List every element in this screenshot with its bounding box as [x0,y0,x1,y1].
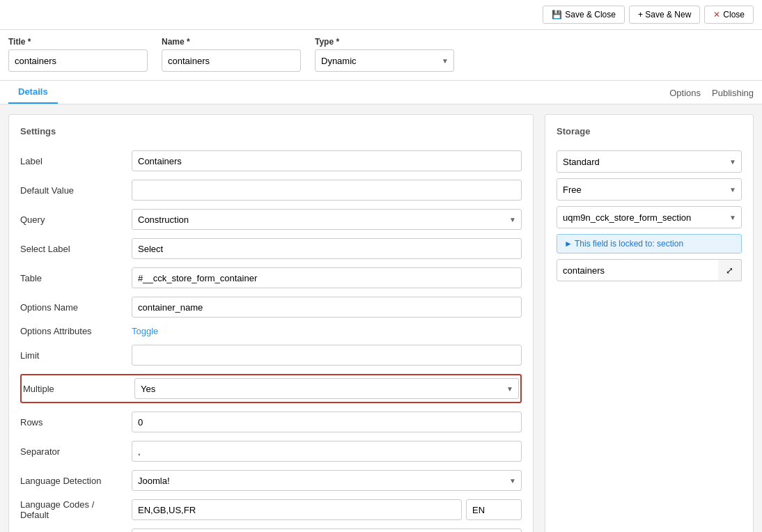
language-codes-control [132,499,522,520]
standard-select[interactable]: Standard [557,150,742,173]
save-new-button[interactable]: + Save & New [629,6,700,24]
name-input[interactable] [162,49,301,72]
locked-text: ► This field is locked to: section [564,239,683,249]
default-value-row: Default Value [20,180,522,201]
section-select-row: uqm9n_cck_store_form_section ▼ [557,206,742,228]
query-select[interactable]: Construction [132,209,522,230]
toggle-link[interactable]: Toggle [132,326,158,336]
options-attributes-control: Toggle [132,326,522,336]
multiple-row: Multiple Yes No ▼ [20,374,522,403]
storage-title: Storage [557,126,742,141]
query-row: Query Construction ▼ [20,209,522,230]
language-detection-label: Language Detection [20,476,132,486]
tab-details[interactable]: Details [8,81,58,104]
top-bar: 💾 Save & Close + Save & New ✕ Close [0,0,762,30]
default-value-input[interactable] [132,180,522,201]
options-name-control [132,297,522,318]
rows-row: Rows [20,412,522,432]
standard-select-row: Standard ▼ [557,150,742,173]
storage-panel: Storage Standard ▼ Free ▼ uqm9n_cck_stor… [545,114,754,532]
tabs-bar: Details Options Publishing [0,81,762,104]
storage-selects: Standard ▼ Free ▼ uqm9n_cck_store_form_s… [557,150,742,281]
expand-icon: ⤢ [726,265,733,276]
tabs-right: Options Publishing [669,88,754,104]
settings-panel: Settings Label Default Value Query Const… [8,114,534,532]
language-default-input[interactable] [466,499,522,520]
title-input[interactable] [8,49,148,72]
options-attributes-label: Options Attributes [20,326,132,336]
add-static-options-select[interactable]: No Yes [132,529,522,532]
type-field-group: Type * Dynamic Static Mixed ▼ [315,37,454,72]
free-select[interactable]: Free [557,178,742,201]
separator-label: Separator [20,446,132,457]
multiple-label: Multiple [23,384,134,394]
label-field-label: Label [20,156,132,166]
language-detection-row: Language Detection Joomla! None ▼ [20,470,522,491]
type-label: Type * [315,37,454,47]
options-name-row: Options Name [20,297,522,318]
rows-input[interactable] [132,412,522,432]
type-select-wrap: Dynamic Static Mixed ▼ [315,49,454,72]
section-select[interactable]: uqm9n_cck_store_form_section [557,206,742,228]
select-label-row: Select Label [20,238,522,259]
options-name-input[interactable] [132,297,522,318]
query-control: Construction ▼ [132,209,522,230]
locked-field-notice: ► This field is locked to: section [557,234,742,253]
close-button[interactable]: ✕ Close [704,6,754,24]
label-input[interactable] [132,150,522,171]
separator-row: Separator [20,441,522,462]
table-input[interactable] [132,267,522,288]
add-static-options-row: Add Static Options No Yes ▼ [20,529,522,532]
limit-control [132,345,522,366]
options-attributes-row: Options Attributes Toggle [20,326,522,336]
default-value-label: Default Value [20,185,132,196]
containers-field-row: ⤢ [557,259,742,281]
add-static-options-control: No Yes ▼ [132,529,522,532]
language-codes-input[interactable] [132,499,462,520]
save-icon: 💾 [552,10,562,19]
containers-input[interactable] [557,259,742,281]
main-content: Settings Label Default Value Query Const… [0,104,762,532]
limit-label: Limit [20,350,132,361]
query-label: Query [20,214,132,225]
select-label-control [132,238,522,259]
label-field-control [132,150,522,171]
multiple-control: Yes No ▼ [134,378,519,399]
table-row: Table [20,267,522,288]
tab-options[interactable]: Options [669,88,701,98]
select-label-label: Select Label [20,244,132,254]
form-header: Title * Name * Type * Dynamic Static Mix… [0,30,762,81]
title-label: Title * [8,37,148,47]
expand-button[interactable]: ⤢ [718,259,742,281]
default-value-control [132,180,522,201]
options-name-label: Options Name [20,302,132,313]
language-codes-row: Language Codes / Default [20,499,522,520]
select-label-input[interactable] [132,238,522,259]
limit-row: Limit [20,345,522,366]
rows-label: Rows [20,417,132,428]
table-control [132,267,522,288]
language-detection-control: Joomla! None ▼ [132,470,522,491]
name-label: Name * [162,37,301,47]
free-select-row: Free ▼ [557,178,742,201]
limit-input[interactable] [132,345,522,366]
language-detection-select[interactable]: Joomla! None [132,470,522,491]
label-row: Label [20,150,522,171]
name-field-group: Name * [162,37,301,72]
tab-publishing[interactable]: Publishing [712,88,754,98]
tabs-left: Details [8,81,58,104]
save-close-button[interactable]: 💾 Save & Close [543,6,625,24]
settings-title: Settings [20,126,522,141]
separator-control [132,441,522,462]
separator-input[interactable] [132,441,522,462]
title-field-group: Title * [8,37,148,72]
close-icon: ✕ [713,10,720,19]
language-codes-label: Language Codes / Default [20,499,132,520]
type-select[interactable]: Dynamic Static Mixed [315,49,454,72]
table-label: Table [20,273,132,283]
multiple-select[interactable]: Yes No [134,378,519,399]
rows-control [132,412,522,432]
